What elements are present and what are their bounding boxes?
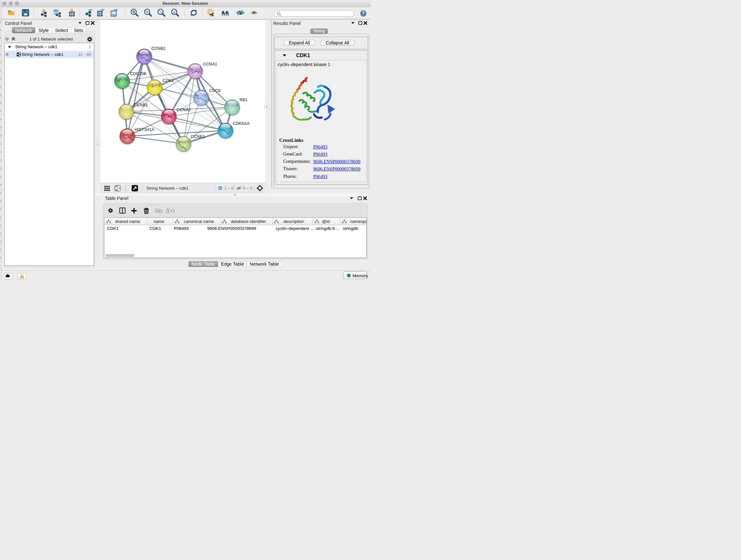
svg-text:HIST1H1A: HIST1H1A — [135, 127, 154, 132]
svg-text:CDC6: CDC6 — [209, 88, 220, 93]
svg-text:CDC25B: CDC25B — [130, 71, 146, 76]
svg-text:CCNA2: CCNA2 — [177, 107, 191, 112]
svg-text:CCNA1: CCNA1 — [203, 62, 217, 66]
svg-text:CDK1: CDK1 — [163, 78, 174, 83]
svg-text:CCNB2: CCNB2 — [151, 46, 165, 51]
svg-text:CCNE1: CCNE1 — [191, 134, 205, 139]
svg-text:CCNB1: CCNB1 — [134, 103, 148, 107]
svg-text:RB1: RB1 — [240, 98, 248, 102]
svg-text:CDKN1A: CDKN1A — [233, 121, 250, 126]
